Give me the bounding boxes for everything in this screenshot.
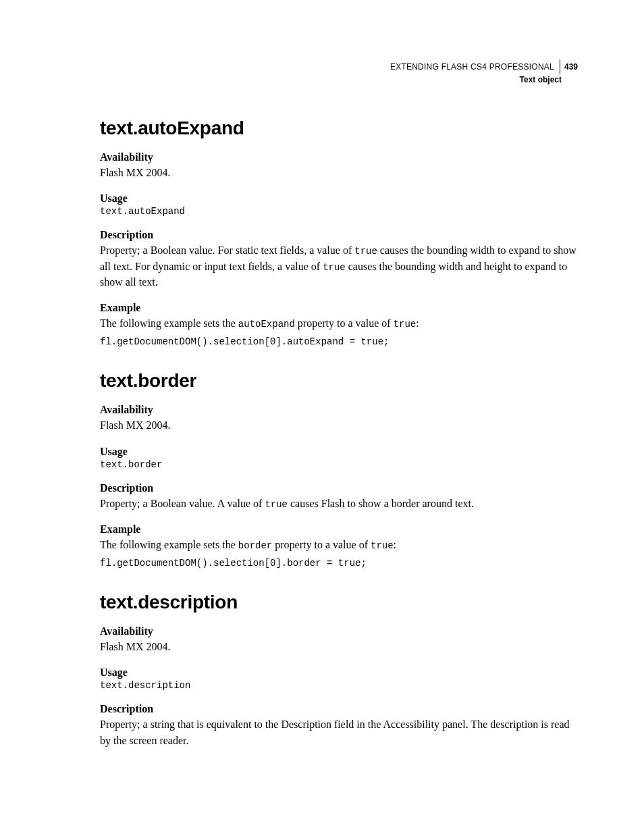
usage-code: text.autoExpand: [100, 206, 578, 217]
example-code-block: fl.getDocumentDOM().selection[0].autoExp…: [100, 336, 578, 347]
description-text: Property; a string that is equivalent to…: [100, 716, 578, 748]
usage-label: Usage: [100, 192, 578, 205]
text-run: Property; a Boolean value. A value of: [100, 498, 265, 509]
text-run: :: [416, 317, 419, 329]
inline-code: true: [354, 246, 377, 257]
inline-code: autoExpand: [238, 319, 295, 330]
text-run: Property; a string that is equivalent to…: [100, 719, 570, 746]
inline-code: true: [371, 540, 394, 551]
description-label: Description: [100, 703, 578, 715]
page: EXTENDING FLASH CS4 PROFESSIONAL 439 Tex…: [0, 0, 644, 789]
usage-code: text.border: [100, 459, 578, 470]
example-label: Example: [100, 523, 578, 536]
section-heading: text.description: [100, 592, 578, 613]
inline-code: true: [265, 499, 288, 510]
text-run: causes Flash to show a border around tex…: [288, 498, 474, 509]
description-text: Property; a Boolean value. For static te…: [100, 242, 578, 290]
text-run: property to a value of: [295, 317, 394, 329]
text-run: The following example sets the: [100, 539, 238, 550]
section-heading: text.border: [100, 370, 578, 392]
inline-code: true: [394, 319, 417, 330]
running-header: EXTENDING FLASH CS4 PROFESSIONAL 439 Tex…: [100, 59, 578, 85]
header-subtitle: Text object: [100, 74, 562, 85]
description-label: Description: [100, 229, 578, 241]
availability-label: Availability: [100, 151, 578, 163]
section-heading: text.autoExpand: [100, 118, 578, 139]
description-label: Description: [100, 482, 578, 494]
example-text: The following example sets the autoExpan…: [100, 315, 578, 331]
example-code-block: fl.getDocumentDOM().selection[0].border …: [100, 558, 578, 569]
header-divider: [560, 59, 560, 74]
text-run: The following example sets the: [100, 317, 238, 329]
usage-code: text.description: [100, 680, 578, 691]
inline-code: border: [238, 540, 272, 551]
text-run: Property; a Boolean value. For static te…: [100, 244, 354, 256]
availability-label: Availability: [100, 625, 578, 637]
availability-text: Flash MX 2004.: [100, 165, 578, 180]
page-number: 439: [564, 61, 578, 72]
doc-title: EXTENDING FLASH CS4 PROFESSIONAL: [390, 61, 554, 72]
text-run: :: [394, 539, 396, 550]
text-run: property to a value of: [272, 539, 371, 550]
availability-text: Flash MX 2004.: [100, 417, 578, 433]
availability-text: Flash MX 2004.: [100, 639, 578, 654]
example-text: The following example sets the border pr…: [100, 537, 578, 552]
inline-code: true: [323, 262, 346, 273]
example-label: Example: [100, 302, 578, 314]
availability-label: Availability: [100, 404, 578, 416]
usage-label: Usage: [100, 667, 578, 679]
usage-label: Usage: [100, 446, 578, 458]
description-text: Property; a Boolean value. A value of tr…: [100, 496, 578, 511]
